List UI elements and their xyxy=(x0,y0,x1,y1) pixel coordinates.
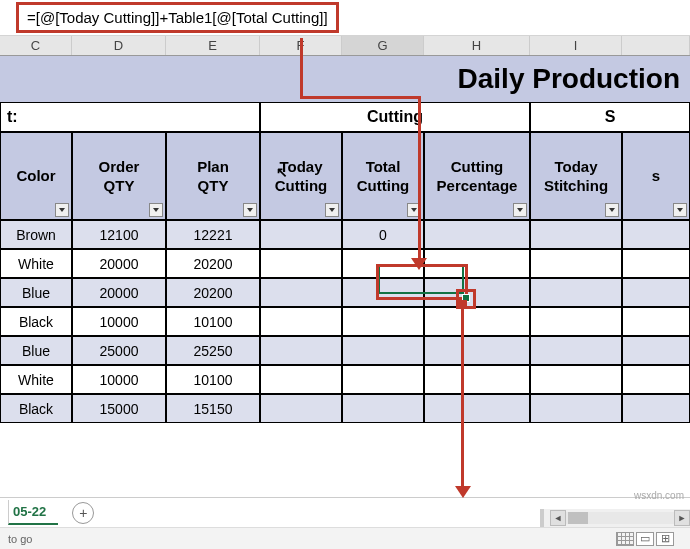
status-text: to go xyxy=(8,533,32,545)
formula-input[interactable]: =[@[Today Cutting]]+Table1[@[Total Cutti… xyxy=(16,2,339,33)
cell-todayStitch[interactable] xyxy=(530,365,622,394)
cell-totalCut[interactable] xyxy=(342,336,424,365)
cell-totalCut[interactable] xyxy=(342,278,424,307)
filter-button[interactable] xyxy=(55,203,69,217)
section-row: t:CuttingS xyxy=(0,102,690,132)
cell-totalCut[interactable] xyxy=(342,365,424,394)
cell-todayStitch[interactable] xyxy=(530,336,622,365)
cursor-icon: ↖ xyxy=(276,164,288,180)
cell-plan[interactable]: 20200 xyxy=(166,249,260,278)
cell-order[interactable]: 15000 xyxy=(72,394,166,423)
cell-s[interactable] xyxy=(622,336,690,365)
cell-todayStitch[interactable] xyxy=(530,278,622,307)
cell-order[interactable]: 12100 xyxy=(72,220,166,249)
cell-todayStitch[interactable] xyxy=(530,394,622,423)
cell-s[interactable] xyxy=(622,307,690,336)
cell-todayCut[interactable] xyxy=(260,220,342,249)
cell-color[interactable]: Blue xyxy=(0,336,72,365)
cell-plan[interactable]: 10100 xyxy=(166,365,260,394)
cell-plan[interactable]: 10100 xyxy=(166,307,260,336)
column-header-e[interactable]: E xyxy=(166,36,260,55)
watermark: wsxdn.com xyxy=(634,490,684,501)
filter-button[interactable] xyxy=(149,203,163,217)
cell-color[interactable]: White xyxy=(0,249,72,278)
cell-order[interactable]: 20000 xyxy=(72,249,166,278)
cell-color[interactable]: Black xyxy=(0,394,72,423)
column-header-c[interactable]: C xyxy=(0,36,72,55)
cell-plan[interactable]: 20200 xyxy=(166,278,260,307)
cell-totalCut[interactable] xyxy=(342,307,424,336)
section-cutting: Cutting xyxy=(260,102,530,132)
cell-cutPct[interactable] xyxy=(424,365,530,394)
sheet-tab[interactable]: 05-22 xyxy=(8,500,58,525)
column-header-d[interactable]: D xyxy=(72,36,166,55)
cell-s[interactable] xyxy=(622,220,690,249)
table-row: Blue2500025250 xyxy=(0,336,690,365)
column-header-extra[interactable] xyxy=(622,36,690,55)
horizontal-scrollbar[interactable]: ◄ ► xyxy=(540,509,690,527)
column-header-h[interactable]: H xyxy=(424,36,530,55)
cell-color[interactable]: Black xyxy=(0,307,72,336)
cell-todayStitch[interactable] xyxy=(530,220,622,249)
column-header-g[interactable]: G xyxy=(342,36,424,55)
scroll-left-button[interactable]: ◄ xyxy=(550,510,566,526)
cell-todayCut[interactable] xyxy=(260,394,342,423)
cell-todayCut[interactable] xyxy=(260,249,342,278)
header-total-cutting: TotalCutting xyxy=(342,132,424,220)
filter-button[interactable] xyxy=(325,203,339,217)
cell-order[interactable]: 10000 xyxy=(72,307,166,336)
cell-s[interactable] xyxy=(622,278,690,307)
table-row: White2000020200 xyxy=(0,249,690,278)
arrow-head-icon xyxy=(411,258,427,270)
table-header: ColorOrderQTYPlanQTYTodayCuttingTotalCut… xyxy=(0,132,690,220)
cell-cutPct[interactable] xyxy=(424,307,530,336)
cell-color[interactable]: White xyxy=(0,365,72,394)
column-headers: CDEFGHI xyxy=(0,36,690,56)
cell-order[interactable]: 25000 xyxy=(72,336,166,365)
cell-color[interactable]: Blue xyxy=(0,278,72,307)
cell-color[interactable]: Brown xyxy=(0,220,72,249)
scroll-track[interactable] xyxy=(566,512,674,524)
column-header-i[interactable]: I xyxy=(530,36,622,55)
header-today-stitching: TodayStitching xyxy=(530,132,622,220)
cell-order[interactable]: 10000 xyxy=(72,365,166,394)
cell-totalCut[interactable] xyxy=(342,394,424,423)
page-layout-view-icon[interactable]: ▭ xyxy=(636,532,654,546)
cell-todayCut[interactable] xyxy=(260,365,342,394)
arrow-down xyxy=(461,308,464,488)
table-row: Blue2000020200 xyxy=(0,278,690,307)
cell-totalCut[interactable]: 0 xyxy=(342,220,424,249)
scroll-right-button[interactable]: ► xyxy=(674,510,690,526)
page-break-view-icon[interactable]: ⊞ xyxy=(656,532,674,546)
cell-s[interactable] xyxy=(622,365,690,394)
formula-bar: =[@[Today Cutting]]+Table1[@[Total Cutti… xyxy=(0,0,690,36)
normal-view-icon[interactable] xyxy=(616,532,634,546)
cell-todayStitch[interactable] xyxy=(530,307,622,336)
header-plan-qty: PlanQTY xyxy=(166,132,260,220)
filter-button[interactable] xyxy=(605,203,619,217)
filter-button[interactable] xyxy=(243,203,257,217)
cell-order[interactable]: 20000 xyxy=(72,278,166,307)
cell-todayStitch[interactable] xyxy=(530,249,622,278)
cell-todayCut[interactable] xyxy=(260,336,342,365)
cell-s[interactable] xyxy=(622,249,690,278)
cell-cutPct[interactable] xyxy=(424,278,530,307)
cell-plan[interactable]: 25250 xyxy=(166,336,260,365)
status-bar: to go ▭ ⊞ xyxy=(0,527,690,549)
page-title: Daily Production xyxy=(458,63,680,95)
add-sheet-button[interactable]: + xyxy=(72,502,94,524)
arrow-line xyxy=(300,38,303,98)
cell-plan[interactable]: 12221 xyxy=(166,220,260,249)
cell-cutPct[interactable] xyxy=(424,249,530,278)
cell-todayCut[interactable] xyxy=(260,307,342,336)
cell-cutPct[interactable] xyxy=(424,336,530,365)
cell-cutPct[interactable] xyxy=(424,220,530,249)
header-today-cutting: TodayCutting xyxy=(260,132,342,220)
filter-button[interactable] xyxy=(513,203,527,217)
filter-button[interactable] xyxy=(673,203,687,217)
scroll-thumb[interactable] xyxy=(568,512,588,524)
cell-cutPct[interactable] xyxy=(424,394,530,423)
cell-s[interactable] xyxy=(622,394,690,423)
cell-todayCut[interactable] xyxy=(260,278,342,307)
cell-plan[interactable]: 15150 xyxy=(166,394,260,423)
